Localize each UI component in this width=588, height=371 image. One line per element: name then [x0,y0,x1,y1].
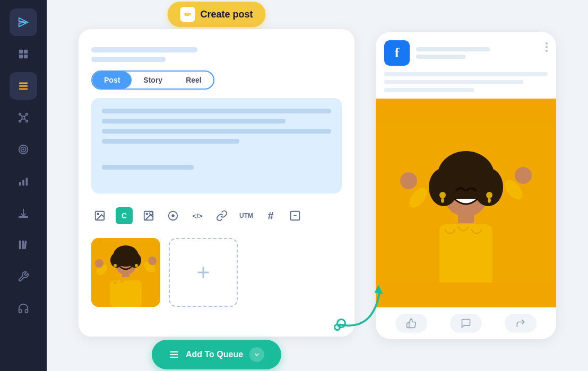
svg-rect-21 [22,180,24,186]
toolbar-timer-icon[interactable] [165,207,181,224]
text-line-1 [102,109,331,113]
svg-rect-25 [22,241,24,250]
svg-rect-23 [19,216,28,217]
phone-text-line-2 [384,80,523,84]
chevron-down-icon[interactable] [249,347,264,362]
sidebar-item-target[interactable] [10,136,37,163]
svg-rect-2 [24,50,28,54]
sidebar-item-dashboard[interactable] [10,40,37,68]
toolbar-more-icon[interactable] [287,207,304,224]
svg-line-13 [21,115,22,117]
svg-line-14 [24,115,26,117]
sidebar-item-network[interactable] [10,104,37,131]
add-to-queue-label: Add To Queue [186,350,243,359]
dot-1 [546,42,548,45]
sidebar-item-queue[interactable] [10,72,37,100]
phone-comment-button[interactable] [450,314,482,333]
tabs-container: Post Story Reel [91,70,214,90]
phone-text-area [376,72,556,99]
add-image-button[interactable] [169,238,238,307]
tab-reel[interactable]: Reel [174,72,213,89]
toolbar-search-image-icon[interactable] [140,207,157,224]
svg-point-19 [23,149,24,150]
svg-point-9 [19,113,21,116]
phone-like-button[interactable] [395,314,427,333]
text-line-4 [102,139,239,144]
svg-point-70 [441,198,444,203]
text-line-3 [102,129,331,134]
sidebar-item-tools[interactable] [10,263,37,290]
svg-rect-7 [19,89,28,90]
post-text-area[interactable] [91,98,342,193]
svg-line-15 [21,119,22,120]
svg-rect-38 [110,280,142,307]
create-post-card: Post Story Reel [79,29,354,337]
svg-point-12 [26,120,28,122]
svg-point-29 [146,213,148,215]
text-line-2 [102,119,286,123]
skeleton-header-2 [91,57,166,62]
svg-point-47 [128,253,141,268]
toolbar-image-icon[interactable] [91,207,108,224]
svg-point-10 [26,113,28,116]
image-thumbnail-1[interactable] [91,238,160,307]
svg-point-11 [19,120,21,122]
phone-text-line-1 [384,72,548,76]
sidebar-item-analytics[interactable] [10,167,37,195]
sidebar-item-library[interactable] [10,231,37,259]
sidebar-item-send[interactable] [10,8,37,36]
svg-point-48 [114,264,117,267]
main-content: ✏ Create post Post Story Reel [47,0,588,371]
sidebar-item-download[interactable] [10,199,37,227]
dot-2 [546,46,548,48]
image-row [91,238,342,307]
dot-3 [546,50,548,52]
svg-rect-22 [26,178,28,186]
phone-header-text [416,47,539,59]
svg-point-69 [439,192,446,198]
svg-rect-5 [19,83,28,84]
svg-point-42 [148,257,157,265]
svg-rect-6 [19,85,28,87]
toolbar-content-icon[interactable]: C [116,207,133,224]
sidebar [0,0,47,371]
svg-line-16 [24,119,26,120]
tab-story[interactable]: Story [132,72,174,89]
phone-share-button[interactable] [505,314,537,333]
svg-marker-0 [19,18,28,27]
toolbar-link-icon[interactable] [213,207,230,224]
svg-point-33 [172,215,174,217]
phone-menu-dots[interactable] [546,40,548,52]
phone-actions [376,307,556,339]
skeleton-header-1 [91,47,197,52]
text-line-5 [102,165,194,170]
phone-preview-card: f [376,32,556,339]
svg-point-41 [95,259,103,268]
phone-skeleton-name [416,47,490,51]
phone-post-image [376,99,556,307]
svg-line-31 [152,214,153,215]
toolbar-hashtag-icon[interactable]: # [262,207,279,224]
facebook-icon: f [384,40,410,66]
phone-text-line-3 [384,88,474,92]
svg-point-72 [488,198,491,203]
sidebar-item-support[interactable] [10,295,37,322]
tab-post[interactable]: Post [92,72,132,89]
phone-header: f [376,32,556,72]
badge-pencil-icon: ✏ [180,7,195,22]
create-post-badge: ✏ Create post [167,2,265,27]
toolbar-utm-label[interactable]: UTM [238,207,255,224]
svg-point-49 [135,264,138,267]
svg-rect-20 [19,182,21,186]
svg-point-27 [97,213,99,215]
add-to-queue-button[interactable]: Add To Queue [152,340,281,369]
svg-rect-4 [24,55,28,58]
svg-point-62 [400,172,417,189]
svg-point-63 [515,167,532,184]
svg-point-46 [110,253,123,268]
toolbar: C </> [91,202,342,229]
create-post-label: Create post [200,9,253,20]
svg-rect-24 [19,241,21,250]
toolbar-code-icon[interactable]: </> [189,207,206,224]
svg-rect-3 [19,55,23,58]
